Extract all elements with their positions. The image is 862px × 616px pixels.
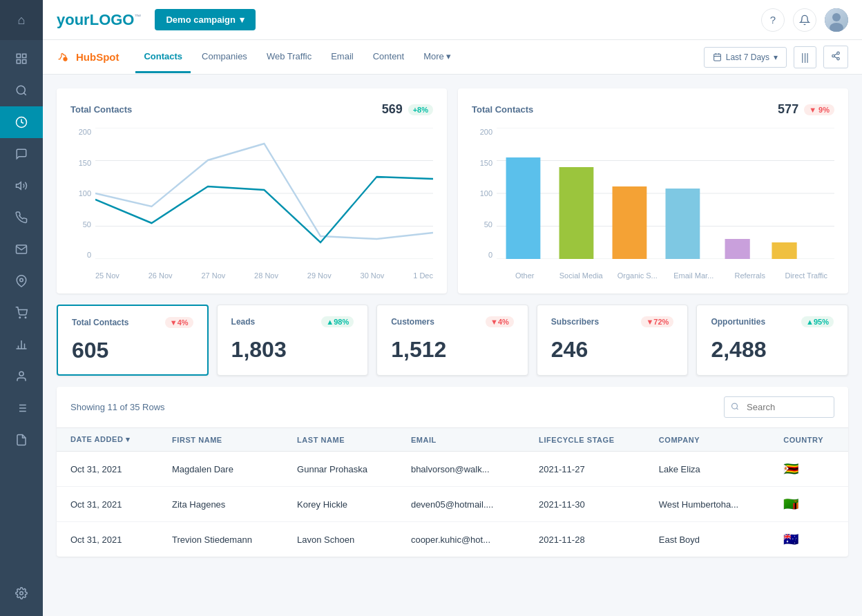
line-chart-card: Total Contacts 569 +8% 200 150 100 50 0: [57, 88, 447, 293]
share-button[interactable]: [823, 46, 848, 68]
contacts-table: DATE ADDED ▾ FIRST NAME LAST NAME EMAIL …: [57, 428, 848, 557]
col-date-added[interactable]: DATE ADDED ▾: [57, 428, 158, 452]
sidebar-icon-location[interactable]: [0, 265, 43, 297]
metrics-row: Total Contacts ▼4% 605 Leads ▲98% 1,803 …: [57, 305, 848, 376]
bar-x-organic: Organic S...: [609, 271, 666, 280]
sidebar-icon-search[interactable]: [0, 75, 43, 106]
tab-email[interactable]: Email: [323, 41, 362, 73]
tab-more[interactable]: More ▾: [415, 41, 459, 73]
metric-label-customers: Customers: [391, 317, 434, 327]
metric-card-customers[interactable]: Customers ▼4% 1,512: [376, 305, 528, 376]
sidebar-icon-settings[interactable]: [0, 577, 43, 609]
help-button[interactable]: ?: [761, 8, 785, 32]
search-input[interactable]: [724, 396, 834, 418]
bar-x-direct: Direct Traffic: [778, 271, 835, 280]
metric-card-total-contacts[interactable]: Total Contacts ▼4% 605: [57, 305, 209, 376]
metric-value-customers: 1,512: [391, 337, 514, 363]
sidebar-icon-bar-chart[interactable]: [0, 329, 43, 360]
avatar[interactable]: [825, 8, 848, 32]
sidebar-icon-chat[interactable]: [0, 138, 43, 170]
chart-view-button[interactable]: |||: [794, 46, 816, 68]
content-area: Total Contacts 569 +8% 200 150 100 50 0: [43, 75, 862, 616]
metric-label-leads: Leads: [231, 317, 256, 327]
bar-chart-header: Total Contacts 577 ▼ 9%: [472, 102, 834, 117]
metric-header-customers: Customers ▼4%: [391, 316, 514, 327]
tab-companies[interactable]: Companies: [193, 41, 256, 73]
x-label-26nov: 26 Nov: [149, 271, 173, 280]
col-lifecycle: LIFECYCLE STAGE: [525, 428, 645, 452]
metric-card-subscribers[interactable]: Subscribers ▼72% 246: [537, 305, 689, 376]
svg-rect-49: [725, 239, 750, 259]
home-icon[interactable]: ⌂: [18, 13, 26, 28]
sidebar-icon-user[interactable]: [0, 360, 43, 392]
cell-lifecycle: 2021-11-27: [525, 452, 645, 487]
metric-card-opportunities[interactable]: Opportunities ▲95% 2,488: [696, 305, 848, 376]
sidebar-icon-email[interactable]: [0, 233, 43, 265]
table-card: Showing 11 of 35 Rows DATE ADDED ▾ FIRST…: [57, 387, 848, 557]
svg-point-9: [19, 317, 21, 318]
svg-marker-7: [17, 182, 21, 190]
tab-web-traffic[interactable]: Web Traffic: [258, 41, 320, 73]
svg-rect-3: [23, 60, 26, 64]
bar-chart-value-block: 577 ▼ 9%: [778, 102, 834, 117]
date-filter-button[interactable]: Last 7 Days ▾: [704, 47, 787, 68]
bar-y-0: 0: [472, 251, 492, 259]
sidebar: ⌂: [0, 0, 43, 616]
tab-content[interactable]: Content: [365, 41, 413, 73]
svg-point-24: [830, 23, 843, 32]
metric-header-subscribers: Subscribers ▼72%: [551, 316, 674, 327]
sidebar-icon-cart[interactable]: [0, 297, 43, 329]
logo-bold: LOGO: [90, 11, 135, 28]
metric-badge-subscribers: ▼72%: [641, 316, 673, 327]
line-chart-area: 200 150 100 50 0: [70, 128, 433, 280]
svg-point-22: [20, 592, 23, 595]
svg-point-51: [732, 403, 738, 409]
cell-company: West Humbertoha...: [645, 487, 769, 522]
col-email: EMAIL: [397, 428, 525, 452]
col-first-name: FIRST NAME: [158, 428, 283, 452]
bar-chart-x-labels: Other Social Media Organic S... Email Ma…: [497, 271, 834, 280]
demo-campaign-button[interactable]: Demo campaign ▾: [155, 9, 255, 30]
svg-point-32: [837, 57, 840, 60]
x-label-30nov: 30 Nov: [361, 271, 385, 280]
y-label-50: 50: [70, 220, 91, 229]
metric-value-subscribers: 246: [551, 337, 674, 363]
table-toolbar: Showing 11 of 35 Rows: [57, 387, 848, 428]
bar-x-social: Social Media: [553, 271, 610, 280]
sidebar-icon-reports[interactable]: [0, 43, 43, 75]
metric-label-opportunities: Opportunities: [711, 317, 765, 327]
line-chart-value-block: 569 +8%: [382, 102, 433, 117]
cell-date: Oct 31, 2021: [57, 522, 158, 557]
svg-point-15: [19, 372, 23, 376]
metric-label-subscribers: Subscribers: [551, 317, 599, 327]
metric-header-total: Total Contacts ▼4%: [72, 317, 193, 328]
svg-line-34: [834, 54, 837, 55]
sidebar-icon-plugin[interactable]: [0, 424, 43, 456]
bar-chart-value: 577: [778, 102, 798, 117]
nav-bar: HubSpot Contacts Companies Web Traffic E…: [43, 40, 862, 75]
sidebar-icon-list[interactable]: [0, 392, 43, 424]
line-chart-value: 569: [382, 102, 403, 117]
sidebar-icon-active[interactable]: [0, 106, 43, 138]
bar-x-referrals: Referrals: [722, 271, 778, 280]
logo-tm: ™: [134, 12, 141, 20]
notifications-button[interactable]: [793, 8, 816, 32]
bar-chart-title: Total Contacts: [472, 104, 533, 115]
svg-line-5: [23, 93, 26, 95]
bar-chart-card: Total Contacts 577 ▼ 9% 200 150 100 50 0: [458, 88, 848, 293]
bar-chart-area: 200 150 100 50 0: [472, 128, 834, 280]
metric-card-leads[interactable]: Leads ▲98% 1,803: [217, 305, 369, 376]
sidebar-icon-megaphone[interactable]: [0, 170, 43, 202]
x-label-1dec: 1 Dec: [413, 271, 433, 280]
sidebar-icon-phone[interactable]: [0, 202, 43, 233]
svg-rect-50: [772, 242, 796, 259]
x-label-27nov: 27 Nov: [201, 271, 225, 280]
nav-tabs: Contacts Companies Web Traffic Email Con…: [135, 41, 459, 73]
tab-contacts[interactable]: Contacts: [135, 41, 191, 73]
svg-point-8: [20, 278, 23, 282]
cell-country: 🇿🇼: [769, 452, 848, 487]
line-chart-title: Total Contacts: [70, 104, 132, 115]
svg-line-33: [834, 57, 837, 58]
table-row: Oct 31, 2021 Trevion Stiedemann Lavon Sc…: [57, 522, 848, 557]
svg-point-4: [17, 86, 25, 94]
